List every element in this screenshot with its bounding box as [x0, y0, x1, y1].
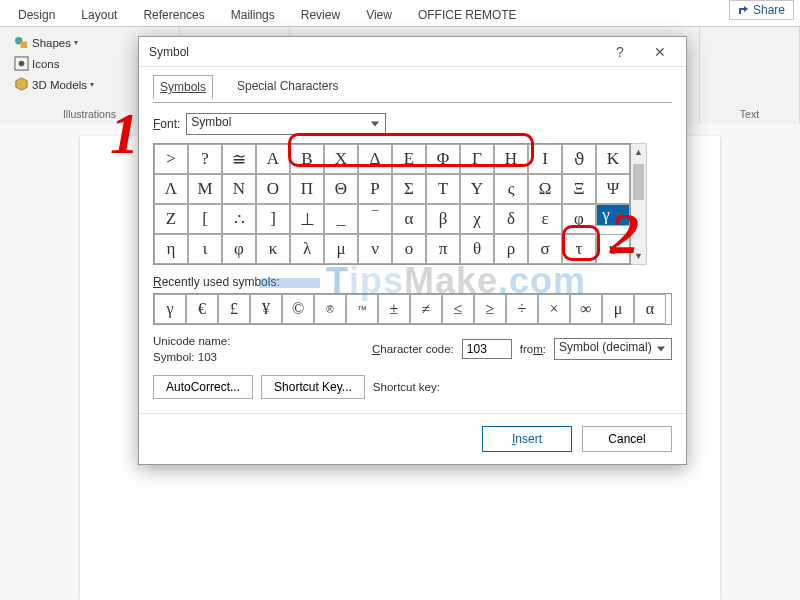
recent-symbol-cell[interactable]: α [634, 294, 666, 324]
symbol-cell[interactable]: Υ [460, 174, 494, 204]
font-select[interactable]: Symbol [186, 113, 386, 135]
symbol-cell[interactable]: Σ [392, 174, 426, 204]
symbol-cell[interactable]: Γ [460, 144, 494, 174]
cube-icon [14, 77, 29, 92]
from-select[interactable]: Symbol (decimal) [554, 338, 672, 360]
symbol-cell[interactable]: Φ [426, 144, 460, 174]
symbol-cell[interactable]: γ [596, 204, 630, 226]
cancel-button[interactable]: Cancel [582, 426, 672, 452]
symbol-cell[interactable]: Δ [358, 144, 392, 174]
font-label: Font: [153, 117, 180, 131]
dialog-tabs: Symbols Special Characters [153, 71, 672, 103]
scroll-up-icon[interactable]: ▲ [631, 144, 646, 160]
char-code-label: Character code: [372, 343, 454, 355]
symbol-cell[interactable]: Β [290, 144, 324, 174]
symbol-cell[interactable]: β [426, 204, 460, 234]
symbol-cell[interactable]: ? [188, 144, 222, 174]
svg-point-3 [19, 61, 25, 67]
insert-button[interactable]: Insert [482, 426, 572, 452]
symbol-cell[interactable]: _ [324, 204, 358, 234]
group-text-label: Text [710, 108, 789, 120]
tab-symbols[interactable]: Symbols [153, 75, 213, 99]
unicode-name-value: Symbol: 103 [153, 351, 364, 363]
close-button[interactable]: ✕ [640, 37, 680, 67]
symbol-cell[interactable]: ι [188, 234, 222, 264]
symbol-cell[interactable]: ‾ [358, 204, 392, 234]
symbol-cell[interactable]: ε [528, 204, 562, 234]
symbol-cell[interactable]: > [154, 144, 188, 174]
symbol-cell[interactable]: Ο [256, 174, 290, 204]
symbol-cell[interactable]: φ [562, 204, 596, 234]
symbol-cell[interactable]: Χ [324, 144, 358, 174]
tab-special-characters[interactable]: Special Characters [231, 75, 344, 99]
dialog-title: Symbol [149, 45, 600, 59]
symbol-cell[interactable]: Μ [188, 174, 222, 204]
recent-symbol-cell[interactable]: £ [218, 294, 250, 324]
symbol-cell[interactable]: ϑ [562, 144, 596, 174]
scroll-down-icon[interactable]: ▼ [631, 248, 646, 264]
symbol-cell[interactable]: Α [256, 144, 290, 174]
share-button[interactable]: Share [729, 0, 794, 20]
symbol-cell[interactable]: Ζ [154, 204, 188, 234]
symbol-cell[interactable]: ] [256, 204, 290, 234]
shortcut-key-button[interactable]: Shortcut Key... [261, 375, 365, 399]
symbol-cell[interactable]: ∴ [222, 204, 256, 234]
watermark: TipsMake.com [260, 260, 586, 302]
help-button[interactable]: ? [600, 37, 640, 67]
dialog-titlebar: Symbol ? ✕ [139, 37, 686, 67]
recent-symbol-cell[interactable]: μ [602, 294, 634, 324]
ribbon-tab[interactable]: References [137, 4, 210, 26]
symbol-cell[interactable]: α [392, 204, 426, 234]
icons-icon [14, 56, 29, 71]
ribbon-tab[interactable]: Mailings [225, 4, 281, 26]
from-label: from: [520, 343, 546, 355]
symbol-cell[interactable]: Ρ [358, 174, 392, 204]
symbol-cell[interactable]: ≅ [222, 144, 256, 174]
ribbon-tab[interactable]: Design [12, 4, 61, 26]
ribbon-tab[interactable]: View [360, 4, 398, 26]
symbol-cell[interactable]: Λ [154, 174, 188, 204]
char-code-input[interactable] [462, 339, 512, 359]
symbol-grid: >?≅ΑΒΧΔΕΦΓΗΙϑΚΛΜΝΟΠΘΡΣΤΥςΩΞΨΖ[∴]⊥_‾αβχδε… [153, 143, 631, 265]
ribbon-tab[interactable]: Review [295, 4, 346, 26]
symbol-cell[interactable]: Ι [528, 144, 562, 174]
symbol-cell[interactable]: η [154, 234, 188, 264]
close-icon: ✕ [654, 44, 666, 60]
symbol-dialog: Symbol ? ✕ Symbols Special Characters Fo… [138, 36, 687, 465]
symbol-cell[interactable]: Θ [324, 174, 358, 204]
ribbon-tab[interactable]: OFFICE REMOTE [412, 4, 523, 26]
symbol-cell[interactable]: ⊥ [290, 204, 324, 234]
recent-symbol-cell[interactable]: € [186, 294, 218, 324]
ribbon-tabs: Design Layout References Mailings Review… [0, 0, 800, 27]
symbol-cell[interactable]: υ [596, 234, 630, 264]
symbol-cell[interactable]: Π [290, 174, 324, 204]
symbol-cell[interactable]: φ [222, 234, 256, 264]
symbol-cell[interactable]: Η [494, 144, 528, 174]
symbol-cell[interactable]: Ε [392, 144, 426, 174]
shapes-icon [14, 35, 29, 50]
symbol-cell[interactable]: δ [494, 204, 528, 234]
symbol-cell[interactable]: Ω [528, 174, 562, 204]
symbol-cell[interactable]: Ξ [562, 174, 596, 204]
symbol-cell[interactable]: Τ [426, 174, 460, 204]
autocorrect-button[interactable]: AutoCorrect... [153, 375, 253, 399]
symbol-cell[interactable]: Ψ [596, 174, 630, 204]
symbol-cell[interactable]: ς [494, 174, 528, 204]
recent-symbol-cell[interactable]: γ [154, 294, 186, 324]
symbol-cell[interactable]: Ν [222, 174, 256, 204]
scroll-thumb[interactable] [633, 164, 644, 200]
shortcut-key-label: Shortcut key: [373, 381, 440, 393]
symbol-cell[interactable]: χ [460, 204, 494, 234]
symbol-cell[interactable]: Κ [596, 144, 630, 174]
ribbon-tab[interactable]: Layout [75, 4, 123, 26]
symbol-cell[interactable]: [ [188, 204, 222, 234]
unicode-name-label: Unicode name: [153, 335, 364, 347]
grid-scrollbar[interactable]: ▲ ▼ [631, 143, 647, 265]
svg-rect-1 [21, 42, 28, 49]
